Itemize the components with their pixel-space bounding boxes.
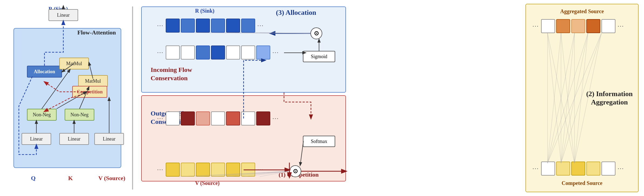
competed-tokens: ··· ···	[156, 111, 280, 125]
token	[571, 162, 585, 176]
token	[166, 46, 180, 60]
token	[211, 19, 225, 33]
attended-tokens: ··· ···	[156, 46, 280, 60]
mid-r-sink-label: R (Sink)	[195, 8, 214, 14]
mid-allocation-label: (3) Allocation	[276, 9, 316, 17]
token	[241, 111, 255, 125]
token	[571, 19, 585, 33]
left-diagram: R (Sink) Flow-Attention Linear Allocatio…	[5, 4, 129, 192]
softmax-box: Softmax	[303, 136, 335, 147]
token	[166, 19, 180, 33]
circle-op-competition: ⊙	[289, 165, 301, 177]
svg-line-35	[561, 33, 574, 163]
token	[541, 19, 555, 33]
agg-source-label: Aggregated Source	[560, 8, 604, 15]
token	[211, 111, 225, 125]
token	[241, 19, 255, 33]
svg-line-29	[548, 33, 561, 163]
r-sink-tokens: ··· ···	[156, 19, 265, 33]
token	[226, 163, 240, 177]
allocation-box: Allocation	[27, 66, 62, 78]
token	[556, 19, 570, 33]
competed-source-label: Competed Source	[562, 180, 602, 186]
mid-v-source-label: V (Source)	[195, 180, 220, 186]
competed-source-tokens: ··· ···	[531, 162, 625, 176]
token	[196, 46, 210, 60]
token	[256, 46, 270, 60]
svg-line-31	[548, 33, 561, 163]
svg-line-33	[561, 33, 574, 163]
token	[556, 162, 570, 176]
right-diagram: Aggregated Source ··· ··· (2) Informatio…	[525, 4, 639, 192]
matmul1-box: MatMul	[59, 58, 89, 69]
token	[211, 163, 225, 177]
info-agg-label: (2) Information Aggregation	[586, 90, 633, 106]
flow-attention-box	[13, 28, 121, 168]
linear-top-box: Linear	[49, 9, 78, 21]
token	[241, 46, 255, 60]
token	[196, 111, 210, 125]
linear-k-box: Linear	[59, 133, 89, 145]
token	[241, 163, 255, 177]
flow-attention-label: Flow-Attention	[77, 29, 116, 36]
token	[541, 162, 555, 176]
incoming-flow-label: Incoming Flow Conservation	[151, 66, 192, 82]
linear-q-box: Linear	[22, 133, 51, 145]
token	[601, 162, 615, 176]
section-divider	[132, 6, 133, 190]
sigmoid-box: Sigmoid	[303, 51, 335, 62]
token	[181, 46, 195, 60]
token	[181, 163, 195, 177]
svg-line-30	[548, 33, 574, 163]
token	[196, 19, 210, 33]
competition-box: Competition	[72, 86, 107, 98]
token	[211, 46, 225, 60]
main-container: R (Sink) Flow-Attention Linear Allocatio…	[0, 0, 644, 196]
token	[586, 19, 600, 33]
token	[256, 111, 270, 125]
left-v-label: V (Source)	[98, 175, 125, 182]
token	[226, 111, 240, 125]
v-source-tokens: ··· ···	[156, 163, 265, 177]
token	[181, 111, 195, 125]
token	[196, 163, 210, 177]
agg-source-tokens: ··· ···	[531, 19, 625, 33]
middle-diagram: R (Sink) (3) Allocation Incoming Flow Co…	[136, 4, 523, 192]
circle-op-allocation: ⊙	[310, 27, 322, 39]
svg-line-34	[548, 33, 574, 163]
token	[181, 19, 195, 33]
svg-line-38	[561, 33, 588, 163]
nonneg2-box: Non-Neg	[65, 109, 94, 121]
token	[601, 19, 615, 33]
nonneg1-box: Non-Neg	[27, 109, 57, 121]
token	[586, 162, 600, 176]
linear-v-box: Linear	[94, 133, 124, 145]
matmul2-box: MatMul	[78, 75, 108, 87]
token	[226, 46, 240, 60]
svg-line-37	[548, 33, 588, 163]
token	[166, 111, 180, 125]
left-q-label: Q	[31, 175, 36, 182]
token	[166, 163, 180, 177]
left-k-label: K	[68, 175, 73, 182]
token	[226, 19, 240, 33]
